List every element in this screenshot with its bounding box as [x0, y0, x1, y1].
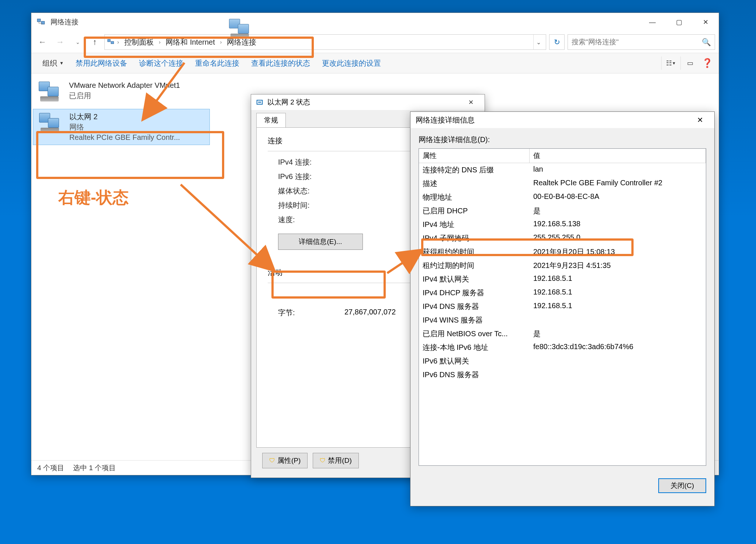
property-name: IPv4 默认网关	[419, 273, 530, 285]
close-button[interactable]: ✕	[691, 116, 709, 124]
details-label: 网络连接详细信息(D):	[419, 135, 706, 145]
maximize-button[interactable]: ▢	[666, 13, 692, 31]
adapter-desc: Realtek PCIe GBE Family Contr...	[69, 132, 206, 142]
property-name: 连接-本地 IPv6 地址	[419, 342, 530, 353]
table-row[interactable]: IPv4 WINS 服务器	[419, 313, 706, 327]
adapter-item-selected[interactable]: 以太网 2 网络 Realtek PCIe GBE Family Contr..…	[33, 109, 210, 145]
adapter-status: 网络	[69, 122, 206, 132]
adapter-icon	[37, 80, 63, 102]
navbar: ← → ⌄ ↑ › 控制面板 › 网络和 Internet › 网络连接 ⌄ ↻…	[31, 31, 719, 53]
refresh-button[interactable]: ↻	[549, 34, 565, 50]
diagnose-button[interactable]: 诊断这个连接	[134, 56, 188, 70]
preview-pane-button[interactable]: ▭	[680, 56, 697, 70]
details-button[interactable]: 详细信息(E)...	[278, 234, 363, 250]
dialog-titlebar: 以太网 2 状态 ✕	[251, 94, 485, 110]
property-value: Realtek PCIe GBE Family Controller #2	[530, 178, 666, 189]
search-box[interactable]: 🔍	[568, 34, 715, 50]
forward-button[interactable]: →	[53, 35, 67, 49]
property-name: 物理地址	[419, 192, 530, 203]
media-state-label: 媒体状态:	[278, 186, 344, 196]
table-row[interactable]: IPv4 DNS 服务器192.168.5.1	[419, 300, 706, 313]
property-value: 是	[530, 328, 544, 340]
tab-general[interactable]: 常规	[256, 113, 286, 127]
chevron-right-icon: ›	[117, 39, 120, 45]
speed-label: 速度:	[278, 215, 344, 225]
svg-rect-0	[37, 19, 41, 22]
table-row[interactable]: 物理地址00-E0-B4-08-EC-8A	[419, 190, 706, 204]
property-value: fe80::3dc3:d19c:3ad6:6b74%6	[530, 342, 637, 353]
adapter-name: 以太网 2	[69, 111, 206, 122]
organize-button[interactable]: 组织 ▼	[37, 56, 69, 70]
disable-device-button[interactable]: 禁用此网络设备	[70, 56, 132, 70]
svg-rect-2	[108, 39, 110, 42]
breadcrumb-item[interactable]: 控制面板	[121, 36, 157, 49]
recent-button[interactable]: ⌄	[70, 35, 85, 49]
col-property[interactable]: 属性	[419, 149, 530, 163]
search-input[interactable]	[572, 38, 702, 46]
chevron-right-icon: ›	[158, 39, 162, 45]
annotation-text: 右键-状态	[58, 187, 129, 209]
property-value: 是	[530, 205, 544, 217]
network-details-dialog: 网络连接详细信息 ✕ 网络连接详细信息(D): 属性 值 连接特定的 DNS 后…	[410, 111, 715, 506]
property-value	[530, 355, 537, 367]
close-button[interactable]: ✕	[692, 13, 719, 31]
rename-button[interactable]: 重命名此连接	[190, 56, 245, 70]
adapter-item[interactable]: VMware Network Adapter VMnet1 已启用	[33, 78, 210, 104]
network-icon	[37, 17, 46, 27]
table-row[interactable]: 已启用 DHCP是	[419, 204, 706, 218]
table-row[interactable]: IPv4 DHCP 服务器192.168.5.1	[419, 286, 706, 300]
table-row[interactable]: IPv6 默认网关	[419, 354, 706, 368]
bytes-label: 字节:	[278, 308, 344, 318]
close-button[interactable]: ✕	[462, 99, 480, 106]
svg-rect-7	[260, 101, 261, 103]
view-options-button[interactable]: ☷ ▼	[661, 56, 677, 70]
table-row[interactable]: IPv4 地址192.168.5.138	[419, 218, 706, 231]
table-row[interactable]: IPv6 DNS 服务器	[419, 368, 706, 382]
property-name: IPv6 默认网关	[419, 355, 530, 367]
table-row[interactable]: 获得租约的时间2021年9月20日 15:08:13	[419, 245, 706, 259]
bytes-sent-value: 27,867,007,072	[344, 308, 396, 318]
table-row[interactable]: 连接-本地 IPv6 地址fe80::3dc3:d19c:3ad6:6b74%6	[419, 341, 706, 354]
minimize-button[interactable]: —	[639, 13, 666, 31]
table-row[interactable]: 连接特定的 DNS 后缀lan	[419, 163, 706, 177]
dialog-title: 以太网 2 状态	[267, 97, 462, 107]
close-button[interactable]: 关闭(C)	[658, 478, 706, 493]
col-value[interactable]: 值	[530, 149, 706, 163]
property-name: IPv4 子网掩码	[419, 233, 530, 244]
back-button[interactable]: ←	[35, 35, 50, 49]
property-value: 2021年9月23日 4:51:35	[530, 260, 614, 271]
property-name: IPv4 DNS 服务器	[419, 301, 530, 312]
table-row[interactable]: 已启用 NetBIOS over Tc...是	[419, 327, 706, 341]
property-name: 租约过期的时间	[419, 260, 530, 271]
view-status-button[interactable]: 查看此连接的状态	[246, 56, 315, 70]
property-value: 192.168.5.1	[530, 287, 576, 299]
search-icon[interactable]: 🔍	[702, 38, 711, 47]
disable-button[interactable]: 🛡禁用(D)	[313, 453, 358, 468]
property-value	[530, 314, 537, 326]
table-row[interactable]: 描述Realtek PCIe GBE Family Controller #2	[419, 177, 706, 190]
shield-icon: 🛡	[320, 457, 326, 464]
properties-button[interactable]: 🛡属性(P)	[262, 453, 308, 468]
property-name: 描述	[419, 178, 530, 189]
adapter-icon	[37, 111, 63, 134]
table-row[interactable]: IPv4 默认网关192.168.5.1	[419, 272, 706, 286]
table-row[interactable]: 租约过期的时间2021年9月23日 4:51:35	[419, 259, 706, 272]
property-name: 已启用 DHCP	[419, 205, 530, 217]
properties-table[interactable]: 属性 值 连接特定的 DNS 后缀lan描述Realtek PCIe GBE F…	[419, 148, 706, 466]
breadcrumb-item[interactable]: 网络和 Internet	[163, 36, 218, 49]
table-row[interactable]: IPv4 子网掩码255.255.255.0	[419, 231, 706, 245]
item-count: 4 个项目	[37, 463, 64, 473]
dialog-title: 网络连接详细信息	[416, 115, 691, 125]
property-name: IPv6 DNS 服务器	[419, 369, 530, 381]
address-dropdown[interactable]: ⌄	[533, 35, 544, 49]
up-button[interactable]: ↑	[88, 35, 101, 49]
property-value: 2021年9月20日 15:08:13	[530, 246, 618, 258]
svg-rect-3	[111, 41, 114, 44]
property-name: IPv4 WINS 服务器	[419, 314, 530, 326]
change-settings-button[interactable]: 更改此连接的设置	[317, 56, 386, 70]
help-icon[interactable]: ❓	[702, 58, 713, 68]
svg-rect-6	[259, 101, 260, 103]
svg-rect-5	[258, 101, 259, 103]
property-value: 192.168.5.1	[530, 301, 576, 312]
adapter-status: 已启用	[69, 90, 206, 101]
